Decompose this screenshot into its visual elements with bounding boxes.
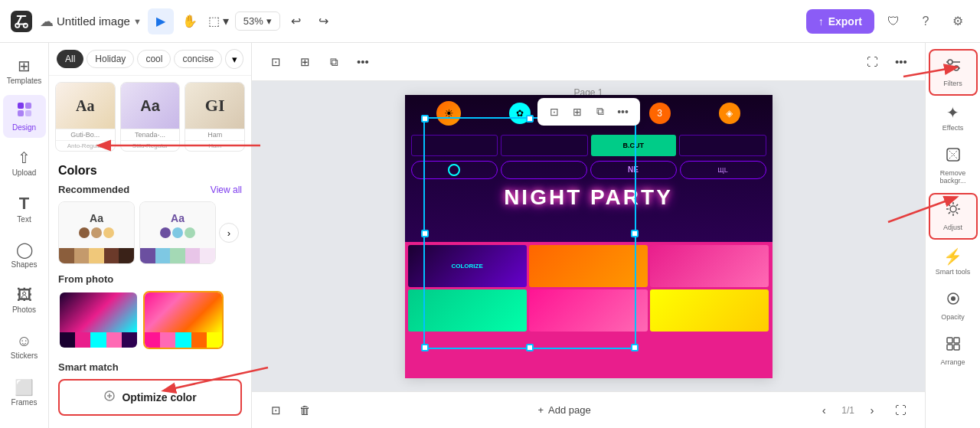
hand-tool-btn[interactable]: ✋ <box>177 8 203 34</box>
frames-icon: ⬜ <box>15 378 34 397</box>
palette-preview-1: Aa <box>140 202 215 248</box>
palette-card-1[interactable]: Aa <box>139 201 216 264</box>
palette-next-btn[interactable]: › <box>219 223 239 243</box>
export-btn[interactable]: ↑ Export <box>806 9 874 34</box>
select-tool-btn[interactable]: ▶ <box>148 8 174 34</box>
settings-icon-btn[interactable]: ⚙ <box>945 8 971 34</box>
pink-area: COLORIZE <box>405 242 773 378</box>
app-screen-2 <box>650 245 769 287</box>
float-duplicate-btn[interactable]: ⧉ <box>590 101 611 123</box>
neon-icon-0: ☀ <box>436 101 461 126</box>
fullscreen-btn[interactable]: ⛶ <box>890 399 913 422</box>
sidebar-item-templates[interactable]: ⊞ Templates <box>3 49 46 92</box>
sidebar-label-text: Text <box>17 215 31 224</box>
view-all-link[interactable]: View all <box>211 185 242 195</box>
font-card-1[interactable]: Aa Tenada-... Stilu-Regular <box>120 82 181 152</box>
colors-title: Colors <box>58 164 242 178</box>
tag-holiday[interactable]: Holiday <box>87 50 134 68</box>
group-btn[interactable]: ⊞ <box>293 51 316 74</box>
sidebar-item-photos[interactable]: 🖼 Photos <box>3 279 46 322</box>
font-name-2: Ham <box>185 129 244 140</box>
right-panel-adjust[interactable]: Adjust <box>929 193 978 240</box>
floating-toolbar: ⊡ ⊞ ⧉ ••• <box>537 98 640 126</box>
canvas-area: ⊡ ⊞ ⧉ ••• ⛶ ••• Page 1 ☀ <box>252 43 925 428</box>
tags-more-btn[interactable]: ▾ <box>225 49 243 69</box>
canvas-more-btn[interactable]: ••• <box>890 51 913 74</box>
float-group-btn[interactable]: ⊞ <box>567 101 588 123</box>
text-icon: T <box>19 194 29 214</box>
logo[interactable] <box>9 9 34 34</box>
canvas-frame[interactable]: ☀ ✿ ✦ 3 ◈ B.CUT <box>405 95 773 378</box>
redo-btn[interactable]: ↪ <box>311 8 337 34</box>
font-card-2[interactable]: GI Ham Ham <box>185 82 245 152</box>
crop-btn[interactable]: ⊡ <box>264 51 287 74</box>
add-page-btn[interactable]: + Add page <box>538 404 591 416</box>
doc-title-area[interactable]: ☁ Untitled image ▼ <box>40 13 142 30</box>
snapshot-btn[interactable]: ⊡ <box>264 399 287 422</box>
neon-panel-0 <box>411 135 498 156</box>
tag-all[interactable]: All <box>57 50 83 68</box>
photo-palette-img-1 <box>145 292 222 332</box>
duplicate-btn[interactable]: ⧉ <box>322 51 345 74</box>
sidebar-item-shapes[interactable]: ◯ Shapes <box>3 233 46 276</box>
right-panel-smart-tools[interactable]: ⚡ Smart tools <box>929 241 978 283</box>
trash-btn[interactable]: 🗑 <box>293 399 316 422</box>
zoom-btn[interactable]: 53% ▾ <box>235 11 280 31</box>
smart-tools-icon: ⚡ <box>943 247 962 266</box>
cloud-save-icon: ☁ <box>40 13 54 30</box>
stickers-icon: ☺ <box>16 332 31 350</box>
right-panel-effects[interactable]: ✦ Effects <box>929 97 978 139</box>
right-panel-filters[interactable]: Filters <box>929 49 978 96</box>
svg-rect-3 <box>18 103 24 109</box>
float-crop-btn[interactable]: ⊡ <box>544 101 565 123</box>
adjust-label: Adjust <box>943 224 962 232</box>
sidebar-item-stickers[interactable]: ☺ Stickers <box>3 325 46 368</box>
bottom-left: ⊡ 🗑 <box>264 399 316 422</box>
help-icon-btn[interactable]: ? <box>913 8 939 34</box>
tag-concise[interactable]: concise <box>174 50 222 68</box>
next-page-btn[interactable]: › <box>861 399 884 422</box>
sidebar-item-text[interactable]: T Text <box>3 187 46 230</box>
svg-point-15 <box>950 206 956 212</box>
neon-panel-1 <box>501 135 588 156</box>
palette-swatches-0 <box>59 248 134 263</box>
tag-cool[interactable]: cool <box>137 50 171 68</box>
arrange-icon <box>945 335 962 356</box>
svg-rect-21 <box>954 345 959 350</box>
sidebar-item-upload[interactable]: ⇧ Upload <box>3 141 46 184</box>
font-meta-1: Stilu-Regular <box>121 140 180 151</box>
title-caret: ▼ <box>133 17 142 26</box>
font-card-0[interactable]: Aa Guti-Bo... Anto-Regular <box>55 82 116 152</box>
smart-match-title: Smart match <box>58 361 242 373</box>
right-panel: Filters ✦ Effects Remove backgr... <box>925 43 980 428</box>
app-screen-1 <box>529 245 648 287</box>
canvas-container: Page 1 ☀ ✿ ✦ 3 ◈ <box>252 81 925 391</box>
palettes-row: Aa <box>58 201 242 264</box>
right-panel-remove-bg[interactable]: Remove backgr... <box>929 140 978 192</box>
shield-icon-btn[interactable]: 🛡 <box>880 8 906 34</box>
palette-card-0[interactable]: Aa <box>58 201 135 264</box>
right-panel-arrange[interactable]: Arrange <box>929 329 978 373</box>
float-more-btn[interactable]: ••• <box>612 101 634 123</box>
svg-rect-4 <box>25 103 31 109</box>
canvas-expand-btn[interactable]: ⛶ <box>861 51 884 74</box>
undo-btn[interactable]: ↩ <box>283 8 309 34</box>
sidebar-item-design[interactable]: Design <box>3 95 46 138</box>
right-panel-opacity[interactable]: Opacity <box>929 284 978 328</box>
sidebar-item-frames[interactable]: ⬜ Frames <box>3 371 46 413</box>
opacity-icon <box>945 290 962 311</box>
neon-circles-row: NE ЩL <box>405 159 773 181</box>
night-party-container: NIGHT PARTY <box>405 181 773 214</box>
page-indicator: 1/1 <box>841 405 854 416</box>
photo-palette-1[interactable] <box>143 291 224 349</box>
prev-page-btn[interactable]: ‹ <box>812 399 835 422</box>
optimize-color-btn[interactable]: Optimize color <box>58 379 242 416</box>
arrange-label: Arrange <box>940 358 965 367</box>
bottom-center: + Add page <box>538 404 591 416</box>
recommended-label: Recommended <box>58 184 129 195</box>
adjust-icon <box>945 201 962 221</box>
opacity-label: Opacity <box>941 313 965 322</box>
more-btn[interactable]: ••• <box>351 51 374 74</box>
frame-tool-btn[interactable]: ⬚ ▾ <box>206 8 232 34</box>
photo-palette-0[interactable] <box>58 291 139 349</box>
